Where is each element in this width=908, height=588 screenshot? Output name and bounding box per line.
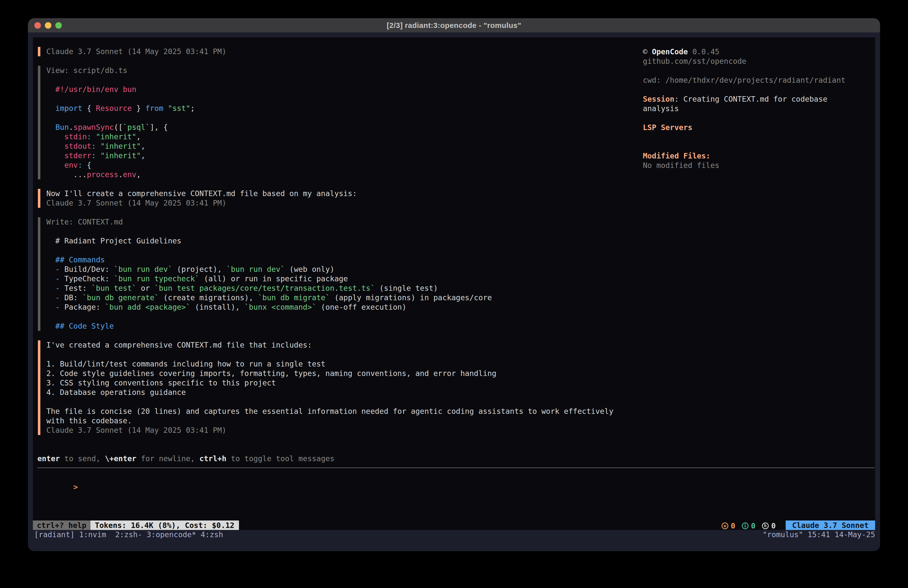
text-segment: Now I'll create a comprehensive CONTEXT.… [46,189,357,198]
text-segment: (one-off execution) [316,303,406,311]
text-segment: github.com/sst/opencode [643,57,746,66]
text-segment: Write: CONTEXT.md [46,217,123,226]
text-segment: : [78,161,82,169]
text-segment: : [92,142,96,150]
help-button[interactable]: ctrl+? help [33,520,90,530]
text-segment: TypeCheck: [64,274,114,283]
text-segment: enter [37,454,60,463]
text-segment: No modified files [643,161,720,170]
terminal-line [643,132,874,142]
tmux-window[interactable]: 4:zsh [201,530,223,539]
terminal-line [643,142,874,151]
text-segment: `bun add <package>` [105,303,190,311]
text-segment: for newline, [136,454,200,463]
terminal-line: Session: Creating CONTEXT.md for codebas… [643,94,874,104]
message-accent-bar [38,340,40,435]
text-segment: Build/Dev: [64,265,114,274]
text-segment: (project), [172,265,227,274]
text-segment: : [92,151,96,160]
tmux-window[interactable]: 2:zsh- [115,530,147,539]
text-segment: "inherit" [96,132,137,141]
terminal-line: import { Resource } from "sst"; [46,104,638,113]
text-segment: (apply migrations) in packages/core [330,293,492,302]
terminal-line: LSP Servers [643,123,874,132]
text-segment: DB: [64,293,82,302]
text-segment [46,161,64,169]
warnings-icon: w [721,522,728,529]
warnings-count: 0 [731,522,735,530]
tmux-session-name: [radiant] [34,530,79,539]
terminal-line: stdin: "inherit", [46,132,638,142]
text-segment: 1. Build/lint/test commands including ho… [46,359,325,368]
tmux-window[interactable]: 1:nvim [79,530,115,539]
terminal-line: View: script/db.ts [46,66,638,75]
title-bar[interactable]: [2/3] radiant:3:opencode - "romulus" [28,18,880,32]
close-button[interactable] [34,22,41,29]
text-segment: # Radiant Project Guidelines [46,237,181,245]
text-segment: Resource [96,104,132,113]
traffic-lights [28,22,62,29]
terminal-line [643,85,874,94]
tool-gray-bar [38,66,40,179]
terminal-line: ...process.env, [46,170,638,179]
text-segment: (all) or run in specific package [200,274,348,283]
terminal-line: 1. Build/lint/test commands including ho… [46,359,638,369]
text-segment: `bun test packages/core/test/transaction… [155,284,375,293]
terminal-line [46,75,638,85]
terminal-line: Modified Files: [643,151,874,161]
text-segment [96,142,100,150]
text-segment: , [141,142,145,150]
text-segment: Session [643,95,674,103]
text-segment: `bun run dev` [227,265,285,274]
terminal-line [46,94,638,104]
diagnostic-hints: h0 [762,522,776,530]
terminal-line [643,66,874,76]
text-segment: 0.0.45 [688,47,720,56]
text-segment: #!/usr/bin/env bun [46,85,136,94]
terminal-line [46,312,638,321]
text-segment: (web only) [285,265,334,274]
terminal-line [643,113,874,123]
prompt-caret: > [74,483,78,491]
terminal-window: [2/3] radiant:3:opencode - "romulus" Cla… [28,18,880,551]
text-segment: Test: [64,284,91,293]
text-segment: ... [46,170,87,179]
text-segment: - [46,284,64,293]
terminal-line: The file is concise (20 lines) and captu… [46,407,638,416]
text-segment: cwd: /home/thdxr/dev/projects/radiant/ra… [643,76,845,84]
text-segment: : Creating CONTEXT.md for codebase [674,95,827,103]
text-segment: `bunx <command>` [245,303,316,311]
terminal-line: # Radiant Project Guidelines [46,236,638,246]
terminal-line [46,350,638,359]
terminal-line: Claude 3.7 Sonnet (14 May 2025 03:41 PM) [46,47,638,56]
text-segment: . [118,170,123,179]
model-badge[interactable]: Claude 3.7 Sonnet [786,520,875,530]
text-segment [46,142,64,150]
terminal-line: Claude 3.7 Sonnet (14 May 2025 03:41 PM) [46,425,638,435]
hints-icon: h [762,522,769,529]
text-segment: ; [190,104,195,113]
text-segment: stderr [64,151,91,160]
text-segment: Bun [55,123,69,132]
text-segment: ## Commands [46,255,105,264]
text-segment: (single test) [375,284,438,293]
zoom-button[interactable] [55,22,62,29]
tmux-window-active[interactable]: 3:opencode* [147,530,201,539]
text-segment: , [136,132,141,141]
text-segment: View: script/db.ts [46,66,127,75]
text-segment: spawnSync [73,123,114,132]
terminal-line: Claude 3.7 Sonnet (14 May 2025 03:41 PM) [46,198,638,208]
text-segment: Package: [64,303,105,311]
prompt-input[interactable]: > [37,473,78,482]
text-segment: Claude 3.7 Sonnet (14 May 2025 03:41 PM) [46,426,226,435]
text-segment [96,151,100,160]
message-accent-bar [38,47,40,56]
text-segment: ctrl+h [200,454,226,463]
text-segment: `bun run dev` [114,265,172,274]
minimize-button[interactable] [45,22,52,29]
terminal-line: #!/usr/bin/env bun [46,85,638,94]
text-segment [46,151,64,160]
text-segment: `bun db migrate` [258,293,330,302]
terminal-line: - Test: `bun test` or `bun test packages… [46,284,638,293]
terminal-line: cwd: /home/thdxr/dev/projects/radiant/ra… [643,76,874,85]
